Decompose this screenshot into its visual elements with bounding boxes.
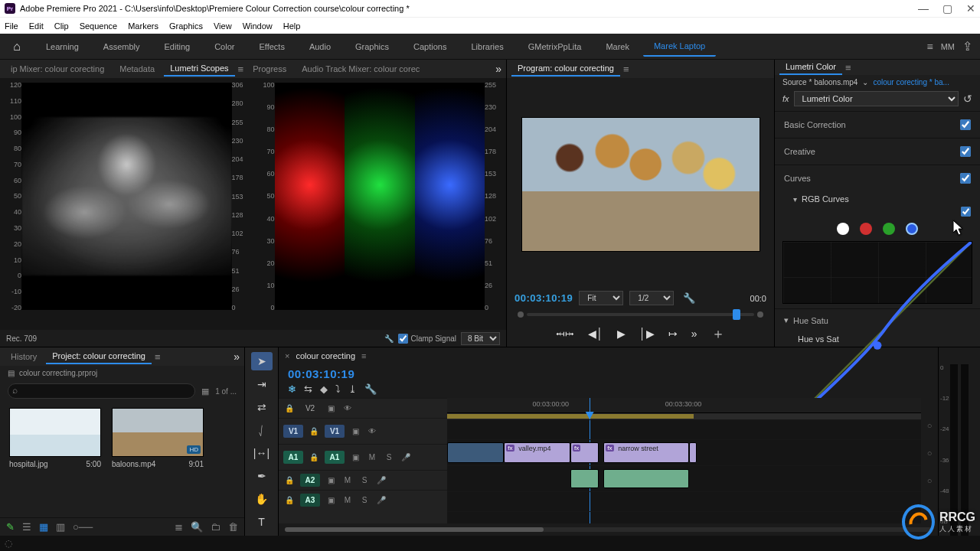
mute-button[interactable]: M	[341, 476, 354, 484]
track-target-a2[interactable]: A2	[300, 474, 320, 487]
export-icon[interactable]: ⇪	[962, 39, 972, 54]
lock-icon[interactable]: 🔒	[283, 476, 296, 484]
tab-program[interactable]: Program: colour corecting	[511, 61, 620, 77]
program-tab-menu-icon[interactable]: ≡	[623, 64, 629, 75]
sequence-close-icon[interactable]: ×	[285, 351, 289, 360]
toggle-output-icon[interactable]: ▣	[325, 496, 337, 504]
track-header-v1[interactable]: V1 🔒 V1 ▣ 👁	[279, 418, 447, 444]
tab-progress[interactable]: Progress	[247, 62, 292, 76]
timeline-track-area[interactable]: 00:03:00:00 00:03:30:00 fx valley.mp4	[447, 398, 921, 523]
transport-more-icon[interactable]: »	[691, 328, 697, 340]
lumetri-sequence-link[interactable]: colour corecting * ba...	[873, 78, 949, 86]
menu-clip[interactable]: Clip	[54, 21, 69, 31]
snap-icon[interactable]: ❄	[288, 383, 296, 395]
lock-icon[interactable]: 🔒	[308, 453, 320, 461]
toggle-output-icon[interactable]: ▣	[325, 476, 337, 484]
project-item-baloons[interactable]: HD baloons.mp4 9:01	[112, 408, 204, 511]
type-tool-icon[interactable]: T	[251, 513, 273, 531]
rgb-curve-editor[interactable]	[782, 241, 972, 304]
trash-icon[interactable]: 🗑	[228, 521, 238, 533]
close-button[interactable]: ✕	[966, 2, 975, 15]
ws-mm[interactable]: MM	[941, 42, 955, 51]
clip-short[interactable]	[689, 442, 697, 463]
pen-tool-icon[interactable]: ✒	[251, 467, 273, 485]
tab-ipmixer[interactable]: ip Mixer: colour corecting	[5, 62, 110, 76]
tab-project[interactable]: Project: colour correcting	[46, 349, 152, 364]
new-bin-icon[interactable]: 🗀	[211, 521, 220, 533]
clip-narrow-street[interactable]: fx narrow street	[603, 442, 688, 463]
eye-icon[interactable]: 👁	[366, 427, 378, 435]
minimize-button[interactable]: —	[918, 2, 929, 15]
toggle-output-icon[interactable]: ▣	[325, 404, 337, 412]
ws-editing[interactable]: Editing	[154, 37, 201, 56]
creative-toggle[interactable]	[960, 146, 971, 157]
ws-captions[interactable]: Captions	[403, 37, 457, 56]
insert-icon[interactable]: ⤵	[335, 383, 341, 395]
menu-help[interactable]: Help	[283, 21, 301, 31]
audio-clip-1[interactable]	[570, 469, 599, 488]
menu-sequence[interactable]: Sequence	[80, 21, 118, 31]
step-back-icon[interactable]: ◀│	[588, 328, 603, 340]
timeline-timecode[interactable]: 00:03:10:19	[279, 364, 447, 382]
program-preview-image[interactable]	[521, 117, 760, 252]
basic-correction-toggle[interactable]	[960, 119, 971, 130]
menu-file[interactable]: File	[5, 21, 18, 31]
timeline-settings-icon[interactable]: 🔧	[364, 383, 377, 395]
ripple-edit-tool-icon[interactable]: ⇄	[251, 398, 273, 416]
add-marker-icon[interactable]: ＋	[711, 324, 725, 343]
menu-view[interactable]: View	[214, 21, 232, 31]
scopes-tab-menu-icon[interactable]: ≡	[238, 64, 244, 75]
selection-tool-icon[interactable]: ➤	[251, 352, 273, 370]
clip-valley-thumb[interactable]	[447, 442, 504, 463]
project-tab-menu-icon[interactable]: ≡	[155, 351, 161, 363]
toggle-output-icon[interactable]: ▣	[349, 453, 361, 461]
subsection-rgb-curves[interactable]: ▾ RGB Curves	[775, 191, 980, 207]
project-item-hospital[interactable]: hospital.jpg 5:00	[9, 408, 101, 511]
tab-audiomixer[interactable]: Audio Track Mixer: colour corec	[296, 62, 426, 76]
section-basic-correction[interactable]: Basic Correction	[775, 111, 980, 138]
program-settings-icon[interactable]: 🔧	[683, 292, 695, 304]
section-creative[interactable]: Creative	[775, 138, 980, 165]
track-target-a1[interactable]: A1	[325, 451, 345, 464]
track-select-tool-icon[interactable]: ⇥	[251, 375, 273, 393]
ws-libraries[interactable]: Libraries	[460, 37, 514, 56]
solo-button[interactable]: S	[358, 496, 371, 504]
project-writable-icon[interactable]: ✎	[6, 521, 15, 533]
toggle-output-icon[interactable]: ▣	[349, 427, 361, 435]
scope-bitdepth-select[interactable]: 8 Bit	[461, 332, 500, 345]
section-curves[interactable]: Curves	[775, 165, 980, 191]
track-target-a3[interactable]: A3	[300, 494, 320, 507]
curve-channel-blue[interactable]	[906, 223, 918, 235]
menu-window[interactable]: Window	[243, 21, 273, 31]
sort-icon[interactable]: ≣	[175, 521, 183, 533]
clamp-signal-checkbox[interactable]	[398, 334, 408, 344]
timeline-workarea-bar[interactable]	[447, 413, 921, 419]
freeform-view-icon[interactable]: ▥	[56, 521, 65, 533]
thumbnail-image[interactable]	[9, 408, 101, 457]
zoom-slider-icon[interactable]: ○──	[73, 521, 93, 533]
lumetri-reset-icon[interactable]: ↺	[963, 93, 972, 105]
lock-icon[interactable]: 🔒	[283, 496, 296, 504]
audio-clip-2[interactable]	[603, 469, 688, 488]
ws-graphics[interactable]: Graphics	[345, 37, 400, 56]
curve-channel-green[interactable]	[883, 223, 895, 235]
track-opt-icon[interactable]: ○	[927, 476, 933, 485]
track-target-v1[interactable]: V1	[325, 425, 345, 438]
timeline-tab-menu-icon[interactable]: ≡	[361, 351, 366, 360]
ws-gmetrix[interactable]: GMetrixPpLita	[518, 37, 593, 56]
ws-assembly[interactable]: Assembly	[93, 37, 151, 56]
step-forward-icon[interactable]: │▶	[639, 328, 655, 340]
creative-cloud-icon[interactable]: ◌	[5, 538, 12, 549]
program-resolution-select[interactable]: 1/2	[629, 291, 674, 305]
project-tabs-more-icon[interactable]: »	[234, 350, 240, 363]
program-timecode[interactable]: 00:03:10:19	[514, 292, 573, 304]
chevron-down-icon[interactable]: ⌄	[862, 78, 868, 86]
track-opt-icon[interactable]: ○	[927, 448, 933, 458]
find-icon[interactable]: 🔍	[191, 521, 203, 533]
mute-button[interactable]: M	[341, 496, 354, 504]
clamp-signal-toggle[interactable]: Clamp Signal	[398, 334, 456, 344]
lock-icon[interactable]: 🔒	[283, 404, 296, 412]
luma-waveform-scope[interactable]: 1201101009080706050403020100-10-20 30628…	[3, 81, 250, 327]
lumetri-tab-menu-icon[interactable]: ≡	[845, 62, 851, 73]
thumbnail-image[interactable]: HD	[112, 408, 204, 457]
